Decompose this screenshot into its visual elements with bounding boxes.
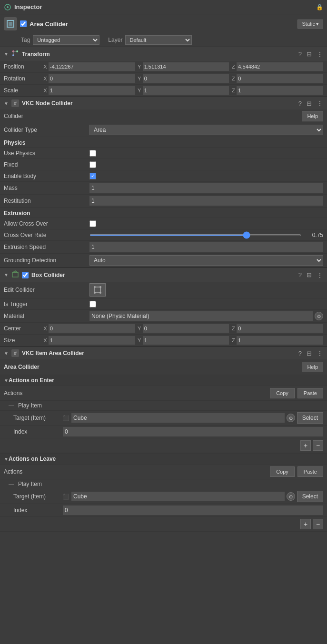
material-select-circle-button[interactable]: ⊙ <box>315 312 323 320</box>
actions-on-enter-minus-button[interactable]: − <box>313 440 323 451</box>
enable-body-row: Enable Body ✓ <box>0 170 327 182</box>
box-collider-chevron[interactable]: ▼ <box>4 272 9 277</box>
actions-on-leave-minus-button[interactable]: − <box>313 519 323 529</box>
scale-z[interactable] <box>237 86 323 95</box>
rotation-z[interactable] <box>237 74 323 83</box>
box-collider-header: ▼ Box Collider ? ⊟ ⋮ <box>0 268 327 282</box>
fixed-label: Fixed <box>4 161 89 168</box>
vkc-node-settings-icon[interactable]: ⊟ <box>307 100 312 107</box>
transform-more-icon[interactable]: ⋮ <box>317 50 323 58</box>
center-x[interactable] <box>49 324 135 333</box>
actions-on-leave-play-item-row: — Play Item <box>0 479 327 489</box>
layer-dropdown[interactable]: Default <box>125 35 192 45</box>
grounding-detection-label: Grounding Detection <box>4 257 89 264</box>
grounding-detection-dropdown[interactable]: Auto <box>89 255 323 266</box>
area-collider-icon <box>4 17 17 30</box>
area-collider-help-button[interactable]: Help <box>302 362 323 372</box>
mass-input[interactable] <box>89 183 323 193</box>
rotation-y[interactable] <box>143 74 229 83</box>
target-cube-icon: ⬛ <box>63 415 69 421</box>
extrusion-sub-header: Extrusion <box>0 208 327 218</box>
position-y[interactable] <box>143 62 229 71</box>
is-trigger-row: Is Trigger <box>0 298 327 310</box>
target-item-input-2[interactable] <box>71 492 285 501</box>
target-select-button-2[interactable]: Select <box>297 491 323 502</box>
target-circle-button[interactable]: ⊙ <box>287 414 295 422</box>
size-x[interactable] <box>49 336 135 345</box>
play-item-dash-icon: — <box>9 402 14 409</box>
extrusion-speed-input[interactable] <box>89 242 323 252</box>
actions-on-leave-chevron[interactable]: ▼ <box>4 456 9 462</box>
center-label: Center <box>4 325 42 332</box>
actions-on-enter-plus-button[interactable]: + <box>300 440 311 451</box>
area-collider-enable-checkbox[interactable] <box>20 20 27 27</box>
actions-on-leave-row: Actions Copy Paste <box>0 465 327 479</box>
vkc-node-chevron[interactable]: ▼ <box>4 101 9 106</box>
vkc-node-more-icon[interactable]: ⋮ <box>317 99 323 107</box>
svg-point-16 <box>99 292 101 294</box>
size-y[interactable] <box>143 336 229 345</box>
vkc-item-chevron[interactable]: ▼ <box>4 351 9 356</box>
target-item-input[interactable] <box>71 413 285 423</box>
size-z[interactable] <box>237 336 323 345</box>
play-item-dash-icon-2: — <box>9 481 14 487</box>
scale-x[interactable] <box>49 86 135 95</box>
box-collider-enable-checkbox[interactable] <box>22 272 29 278</box>
vkc-node-collider-title: VKC Node Collider <box>22 100 296 107</box>
box-collider-more-icon[interactable]: ⋮ <box>317 271 323 279</box>
fixed-checkbox[interactable] <box>89 161 96 168</box>
actions-on-leave-container: Actions Copy Paste — Play Item Target (I… <box>0 465 327 532</box>
box-collider-settings-icon[interactable]: ⊟ <box>307 271 312 278</box>
center-y[interactable] <box>143 324 229 333</box>
svg-rect-3 <box>9 22 12 26</box>
vkc-node-help-icon[interactable]: ? <box>298 100 302 107</box>
transform-chevron[interactable]: ▼ <box>4 51 9 57</box>
position-z[interactable] <box>237 62 323 71</box>
vkc-item-settings-icon[interactable]: ⊟ <box>307 350 312 357</box>
area-collider-label-row: Area Collider Help <box>0 359 327 375</box>
use-physics-checkbox[interactable] <box>89 150 96 157</box>
actions-on-leave-plus-button[interactable]: + <box>300 519 311 529</box>
edit-collider-button[interactable] <box>89 283 106 297</box>
actions-on-enter-copy-button[interactable]: Copy <box>270 388 295 398</box>
actions-on-leave-copy-button[interactable]: Copy <box>270 466 295 477</box>
svg-rect-9 <box>12 273 18 277</box>
is-trigger-checkbox[interactable] <box>89 301 96 307</box>
mass-row: Mass <box>0 182 327 195</box>
actions-on-leave-header: ▼ Actions on Leave <box>0 454 327 465</box>
collider-type-dropdown[interactable]: Area <box>89 125 323 135</box>
cross-over-rate-slider[interactable] <box>89 234 301 236</box>
restitution-row: Restitution <box>0 195 327 208</box>
vkc-item-more-icon[interactable]: ⋮ <box>317 349 323 357</box>
vkc-item-area-collider-header: ▼ # VKC Item Area Collider ? ⊟ ⋮ <box>0 347 327 359</box>
position-label: Position <box>4 63 42 70</box>
grounding-detection-row: Grounding Detection Auto <box>0 254 327 268</box>
transform-help-icon[interactable]: ? <box>298 50 302 58</box>
transform-settings-icon[interactable]: ⊟ <box>307 50 312 58</box>
actions-on-enter-paste-button[interactable]: Paste <box>297 388 323 398</box>
restitution-input[interactable] <box>89 196 323 206</box>
target-circle-button-2[interactable]: ⊙ <box>287 492 295 501</box>
actions-on-enter-chevron[interactable]: ▼ <box>4 378 9 383</box>
actions-on-leave-paste-button[interactable]: Paste <box>297 466 323 477</box>
enable-body-checkbox[interactable]: ✓ <box>89 173 96 179</box>
tag-dropdown[interactable]: Untagged <box>33 35 99 45</box>
vkc-item-help-icon[interactable]: ? <box>298 350 302 357</box>
scale-y[interactable] <box>143 86 229 95</box>
actions-on-leave-actions-label: Actions <box>4 468 267 475</box>
collider-type-label: Collider Type <box>4 127 89 133</box>
allow-cross-over-checkbox[interactable] <box>89 220 96 227</box>
index-input[interactable] <box>63 427 323 436</box>
static-button[interactable]: Static ▾ <box>297 20 323 29</box>
target-select-button[interactable]: Select <box>297 412 323 424</box>
center-z[interactable] <box>237 324 323 333</box>
box-collider-help-icon[interactable]: ? <box>298 271 302 278</box>
rotation-x[interactable] <box>49 74 135 83</box>
collider-help-button[interactable]: Help <box>302 111 323 121</box>
material-input[interactable] <box>89 311 313 321</box>
cross-over-rate-label: Cross Over Rate <box>4 232 89 238</box>
collider-type-row: Collider Type Area <box>0 123 327 137</box>
inspector-header: Inspector 🔒 <box>0 0 327 14</box>
position-x[interactable] <box>49 62 135 71</box>
index-input-2[interactable] <box>63 505 323 515</box>
